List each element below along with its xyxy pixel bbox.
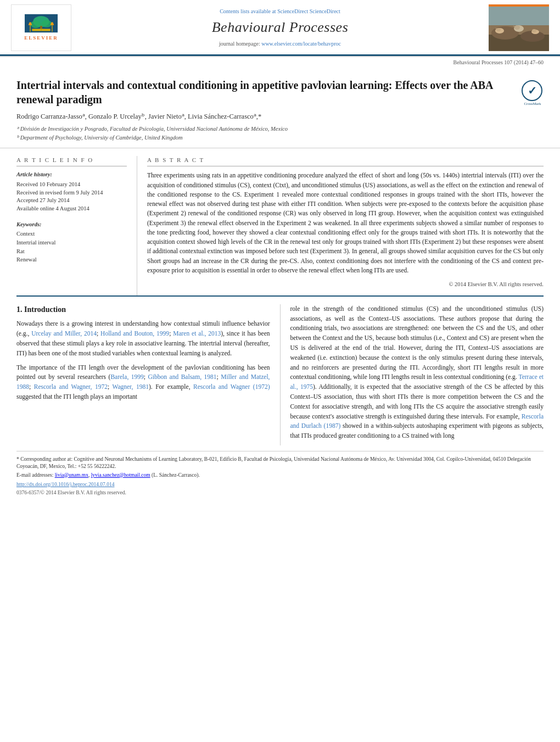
email-link-2[interactable]: lyvia.sanchez@hotmail.com xyxy=(91,472,150,478)
affiliation-b: ᵇ Department of Psychology, University o… xyxy=(16,134,544,142)
affiliation-a: ᵃ División de Investigación y Posgrado, … xyxy=(16,125,544,133)
ref-holland-bouton[interactable]: Holland and Bouton, 1999 xyxy=(100,330,169,337)
header-bottom-line xyxy=(0,54,560,56)
intro-paragraph-1: Nowadays there is a growing interest in … xyxy=(16,319,270,358)
keywords-label: Keywords: xyxy=(16,221,127,229)
accepted-date: Accepted 27 July 2014 xyxy=(16,197,127,205)
svg-point-22 xyxy=(532,29,536,32)
abstract-heading: A B S T R A C T xyxy=(147,156,544,166)
journal-cover-image xyxy=(489,4,549,51)
elsevier-tree-icon xyxy=(25,14,58,33)
affiliations: ᵃ División de Investigación y Posgrado, … xyxy=(16,125,544,142)
homepage-url[interactable]: www.elsevier.com/locate/behavproc xyxy=(261,41,341,47)
article-history: Article history: Received 10 February 20… xyxy=(16,171,127,213)
crossmark-badge: ✓ CrossMark xyxy=(522,80,544,102)
email-link-1[interactable]: livia@unam.mx xyxy=(55,472,88,478)
keywords-list: Context Intertrial interval Rat Renewal xyxy=(16,230,127,264)
ref-wagner[interactable]: Wagner, 1981 xyxy=(112,383,148,390)
sciencedirect-url[interactable]: ScienceDirect xyxy=(310,8,340,14)
footnote-email: E-mail addresses: livia@unam.mx, lyvia.s… xyxy=(16,472,544,479)
keyword-rat: Rat xyxy=(16,248,127,256)
received-date: Received 10 February 2014 xyxy=(16,181,127,189)
ref-urcelay-miller[interactable]: Urcelay and Miller, 2014 xyxy=(31,330,97,337)
svg-rect-24 xyxy=(489,4,549,7)
svg-point-2 xyxy=(31,21,41,28)
abstract-column: A B S T R A C T Three experiments using … xyxy=(137,156,544,295)
intro-paragraph-2: The importance of the ITI length over th… xyxy=(16,363,270,402)
article-header: Intertrial intervals and contextual cond… xyxy=(0,68,560,148)
elsevier-label: ELSEVIER xyxy=(24,35,58,42)
keyword-context: Context xyxy=(16,230,127,238)
ref-gibbon[interactable]: Gibbon and Balsam, 1981 xyxy=(148,373,217,380)
ref-rescorla-wagner[interactable]: Rescorla and Wagner, 1972 xyxy=(34,383,108,390)
svg-point-3 xyxy=(42,20,52,27)
intro-section-title: 1. Introduction xyxy=(16,304,270,315)
ref-rescorla-durlach[interactable]: Rescorla and Durlach (1987) xyxy=(290,413,544,429)
volume-info: Behavioural Processes 107 (2014) 47–60 xyxy=(0,57,560,68)
revised-date: Received in revised form 9 July 2014 xyxy=(16,189,127,197)
journal-header: ELSEVIER Contents lists available at Sci… xyxy=(0,0,560,57)
introduction-section: 1. Introduction Nowadays there is a grow… xyxy=(0,297,560,445)
article-info-abstract-section: A R T I C L E I N F O Article history: R… xyxy=(0,148,560,295)
ref-barela[interactable]: Barela, 1999 xyxy=(110,373,143,380)
doi-link[interactable]: http://dx.doi.org/10.1016/j.beproc.2014.… xyxy=(16,481,544,488)
footer-issn: 0376-6357/© 2014 Elsevier B.V. All right… xyxy=(16,489,544,496)
introduction-right-column: role in the strength of the conditioned … xyxy=(280,304,544,445)
journal-title-area: Contents lists available at ScienceDirec… xyxy=(77,4,483,51)
ref-terrace[interactable]: Terrace et al., 1975 xyxy=(290,373,544,390)
svg-rect-23 xyxy=(489,4,549,25)
introduction-left-column: 1. Introduction Nowadays there is a grow… xyxy=(16,304,280,445)
footnote-star: * Corresponding author at: Cognitive and… xyxy=(16,456,544,471)
available-date: Available online 4 August 2014 xyxy=(16,205,127,213)
article-info-heading: A R T I C L E I N F O xyxy=(16,156,127,166)
ref-maren[interactable]: Maren et al., 2013 xyxy=(173,330,221,337)
history-label: Article history: xyxy=(16,171,127,179)
crossmark-icon: ✓ xyxy=(522,80,542,101)
intro-right-paragraph-1: role in the strength of the conditioned … xyxy=(290,304,544,441)
intro-body-left: Nowadays there is a growing interest in … xyxy=(16,319,270,402)
journal-homepage: journal homepage: www.elsevier.com/locat… xyxy=(219,40,341,48)
ref-rescorla-wagner-2[interactable]: Rescorla and Wagner (1972) xyxy=(193,383,270,390)
elsevier-logo: ELSEVIER xyxy=(11,4,71,51)
keyword-iti: Intertrial interval xyxy=(16,239,127,247)
authors: Rodrigo Carranza-Jassoᵃ, Gonzalo P. Urce… xyxy=(16,112,544,122)
svg-point-19 xyxy=(514,25,520,30)
intro-body-right: role in the strength of the conditioned … xyxy=(290,304,544,441)
article-title: Intertrial intervals and contextual cond… xyxy=(16,78,516,107)
journal-name: Behavioural Processes xyxy=(212,18,349,37)
copyright-notice: © 2014 Elsevier B.V. All rights reserved… xyxy=(147,281,544,295)
page-footer: * Corresponding author at: Cognitive and… xyxy=(16,451,544,503)
keywords-block: Keywords: Context Intertrial interval Ra… xyxy=(16,221,127,264)
article-info-column: A R T I C L E I N F O Article history: R… xyxy=(16,156,137,295)
sciencedirect-link[interactable]: Contents lists available at ScienceDirec… xyxy=(220,8,340,15)
abstract-text: Three experiments using rats in an appet… xyxy=(147,171,544,275)
page-wrapper: ELSEVIER Contents lists available at Sci… xyxy=(0,0,560,504)
keyword-renewal: Renewal xyxy=(16,256,127,264)
